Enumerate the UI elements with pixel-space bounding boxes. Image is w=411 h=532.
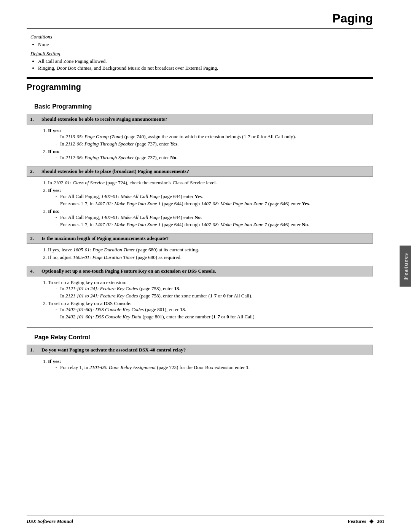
- answer-2-step-2-item-2: For zones 1-7, in 1407-02: Make Page Int…: [56, 201, 373, 207]
- footer-manual-name: DSX Software Manual: [27, 518, 73, 524]
- answer-2-step-2: If yes: For All Call Paging, 1407-01: Ma…: [48, 187, 373, 207]
- default-item-1: All Call and Zone Paging allowed.: [38, 58, 373, 64]
- answer-2-step-3-item-1: For All Call Paging, 1407-01: Make All C…: [56, 214, 373, 220]
- default-setting-label: Default Setting: [30, 51, 373, 57]
- answer-4-step-2-list: In 2402-[01-60]: DSS Console Key Codes (…: [56, 307, 373, 320]
- question-number-1: 1.: [30, 116, 41, 122]
- footer-features-label: Features: [348, 518, 366, 524]
- question-text-3: Is the maximum length of Paging announce…: [41, 235, 370, 241]
- question-number-4: 4.: [30, 268, 41, 274]
- relay-answer-content-1: If yes: For relay 1, in 2101-06: Door Re…: [42, 358, 373, 371]
- answer-4-step-2-item-1: In 2402-[01-60]: DSS Console Key Codes (…: [56, 307, 373, 313]
- answer-4-step-1-list: In 2121-[01 to 24]: Feature Key Codes (p…: [56, 286, 373, 299]
- programming-title: Programming: [27, 82, 373, 92]
- question-row-4: 4. Optionally set up a one-touch Paging …: [27, 266, 373, 276]
- question-text-4: Optionally set up a one-touch Paging Fea…: [41, 268, 370, 274]
- answer-4-step-1-item-2: In 2121-[01 to 24]: Feature Key Codes (p…: [56, 293, 373, 299]
- answer-content-3: If yes, leave 1605-01: Page Duration Tim…: [42, 247, 373, 260]
- footer-page-number: 261: [377, 518, 385, 524]
- side-tab-label: Features: [403, 252, 409, 280]
- page-header: Paging: [27, 11, 373, 29]
- answer-content-4: To set up a Paging key on an extension: …: [42, 280, 373, 320]
- relay-divider: [27, 328, 373, 328]
- question-row-2: 2. Should extension be able to place (br…: [27, 166, 373, 177]
- answer-4-step-2-item-2: In 2402-[01-60]: DSS Console Key Data (p…: [56, 314, 373, 320]
- page-relay-title: Page Relay Control: [34, 334, 373, 341]
- programming-section-header: Programming: [27, 77, 373, 92]
- answer-1-step-2: If no: In 2112-06: Paging Through Speake…: [48, 149, 373, 161]
- answer-2-step-2-list: For All Call Paging, 1407-01: Make All C…: [56, 193, 373, 207]
- page-footer: DSX Software Manual Features ◆ 261: [27, 516, 384, 524]
- relay-answer-1-list: For relay 1, in 2101-06: Door Relay Assi…: [56, 364, 373, 371]
- answer-4-step-1: To set up a Paging key on an extension: …: [48, 280, 373, 299]
- footer-right: Features ◆ 261: [348, 518, 384, 524]
- question-row-3: 3. Is the maximum length of Paging annou…: [27, 233, 373, 244]
- conditions-label: Conditions: [30, 34, 373, 40]
- page-relay-subsection: Page Relay Control 1. Do you want Paging…: [27, 328, 373, 371]
- relay-question-row-1: 1. Do you want Paging to activate the as…: [27, 345, 373, 355]
- conditions-item-1: None: [38, 42, 373, 48]
- default-items-list: All Call and Zone Paging allowed. Ringin…: [30, 58, 373, 71]
- relay-question-number-1: 1.: [30, 347, 41, 353]
- answer-1-step-2-list: In 2112-06: Paging Through Speaker (page…: [56, 155, 373, 161]
- footer-diamond: ◆: [370, 518, 373, 524]
- answer-1-step-1-item-1: In 2113-05: Page Group (Zone) (page 740)…: [56, 134, 373, 140]
- answer-1-step-2-item-1: In 2112-06: Paging Through Speaker (page…: [56, 155, 373, 161]
- answer-2-step-1: In 2102-01: Class of Service (page 724),…: [48, 180, 373, 186]
- question-text-1: Should extension be able to receive Pagi…: [41, 116, 370, 122]
- default-item-2: Ringing, Door Box chimes, and Background…: [38, 65, 373, 71]
- features-side-tab: Features: [400, 246, 411, 287]
- answer-content-1: If yes: In 2113-05: Page Group (Zone) (p…: [42, 128, 373, 161]
- conditions-section: Conditions None Default Setting All Call…: [30, 34, 373, 71]
- question-text-2: Should extension be able to place (broad…: [41, 168, 370, 174]
- question-number-3: 3.: [30, 235, 41, 241]
- answer-1-step-1: If yes: In 2113-05: Page Group (Zone) (p…: [48, 128, 373, 147]
- page-title: Paging: [332, 11, 373, 26]
- answer-1-step-1-item-2: In 2112-06: Paging Through Speaker (page…: [56, 141, 373, 147]
- conditions-list: None: [30, 42, 373, 48]
- relay-answer-1-item-1: For relay 1, in 2101-06: Door Relay Assi…: [56, 364, 373, 371]
- answer-2-step-2-item-1: For All Call Paging, 1407-01: Make All C…: [56, 193, 373, 200]
- answer-4-step-1-item-1: In 2121-[01 to 24]: Feature Key Codes (p…: [56, 286, 373, 292]
- question-number-2: 2.: [30, 168, 41, 174]
- section-divider: [27, 97, 373, 97]
- basic-programming-title: Basic Programming: [34, 103, 373, 110]
- answer-3-step-2: If no, adjust 1605-01: Page Duration Tim…: [48, 254, 373, 260]
- relay-question-text-1: Do you want Paging to activate the assoc…: [41, 347, 370, 353]
- answer-4-step-2: To set up a Paging key on a DSS Console:…: [48, 300, 373, 320]
- answer-3-step-1: If yes, leave 1605-01: Page Duration Tim…: [48, 247, 373, 253]
- answer-1-step-1-list: In 2113-05: Page Group (Zone) (page 740)…: [56, 134, 373, 147]
- answer-2-step-3-item-2: For zones 1-7, in 1407-02: Make Page Int…: [56, 222, 373, 228]
- answer-content-2: In 2102-01: Class of Service (page 724),…: [42, 180, 373, 228]
- relay-answer-1-step-1: If yes: For relay 1, in 2101-06: Door Re…: [48, 358, 373, 371]
- question-row-1: 1. Should extension be able to receive P…: [27, 114, 373, 125]
- answer-2-step-3: If no: For All Call Paging, 1407-01: Mak…: [48, 208, 373, 228]
- basic-programming-subsection: Basic Programming 1. Should extension be…: [27, 103, 373, 320]
- answer-2-step-3-list: For All Call Paging, 1407-01: Make All C…: [56, 214, 373, 228]
